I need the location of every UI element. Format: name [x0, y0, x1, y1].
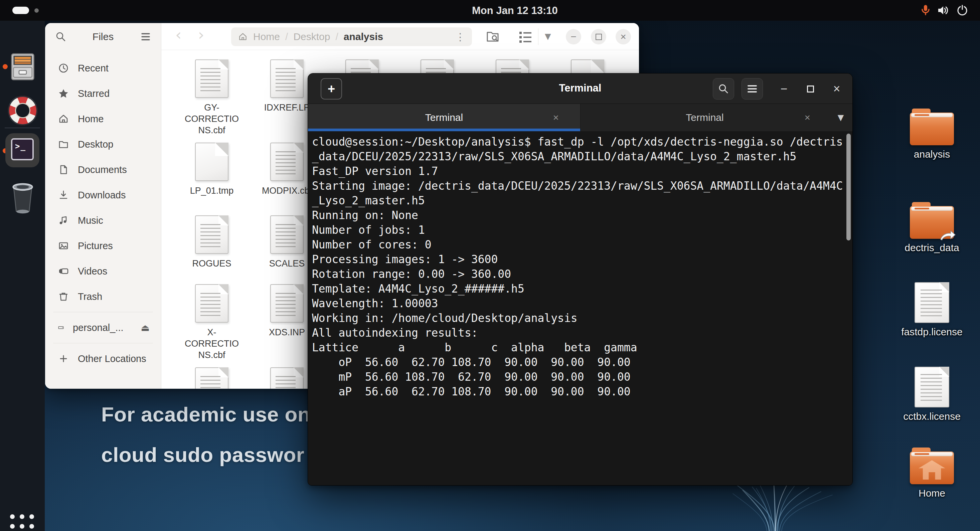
text-document-icon — [270, 215, 304, 254]
star-icon — [58, 88, 69, 99]
sidebar-item-downloads[interactable]: Downloads — [45, 182, 161, 208]
tab-close-icon[interactable]: × — [804, 112, 810, 123]
desktop-icon-cctbx-license[interactable]: cctbx.license — [899, 367, 965, 422]
eject-icon[interactable]: ⏏ — [141, 322, 150, 333]
recent-icon — [58, 62, 69, 74]
view-options-caret-icon[interactable]: ▼ — [545, 32, 551, 41]
dock-files-app-icon[interactable] — [7, 51, 39, 83]
file-item[interactable]: LP_01.tmp — [178, 143, 245, 196]
search-in-folder-icon[interactable] — [486, 30, 501, 44]
music-icon — [58, 215, 69, 226]
terminal-menu-button[interactable] — [741, 78, 763, 100]
sidebar-item-desktop[interactable]: Desktop — [45, 132, 161, 157]
terminal-minimize-button[interactable]: − — [776, 81, 791, 96]
nav-back-button[interactable]: ‹ — [175, 26, 181, 44]
list-view-icon[interactable] — [518, 30, 533, 44]
terminal-maximize-button[interactable] — [803, 81, 818, 96]
desktop-icon-home[interactable]: Home — [899, 452, 965, 499]
dock-divider — [5, 127, 40, 128]
text-document-icon — [270, 284, 304, 323]
maximize-icon — [807, 86, 814, 92]
sidebar-item-pictures[interactable]: Pictures — [45, 233, 161, 259]
terminal-tab-1-active[interactable]: Terminal × — [308, 104, 581, 131]
terminal-line: Fast_DP version 1.7 — [312, 164, 853, 179]
sidebar-item-music[interactable]: Music — [45, 208, 161, 233]
file-item[interactable]: X-CORRECTIONS.cbf — [178, 284, 245, 361]
terminal-tab-2[interactable]: Terminal × — [581, 104, 829, 131]
sidebar-item-other-locations[interactable]: Other Locations — [45, 346, 161, 371]
desktop-icon-fastdp-license[interactable]: fastdp.license — [899, 282, 965, 338]
plus-icon — [58, 353, 69, 364]
sidebar-item-recent[interactable]: Recent — [45, 56, 161, 81]
files-header-bar: ‹ › Home / Desktop / analysis ⋮ ▼ − — [161, 23, 639, 50]
file-name: GY-CORRECTIONS.cbf — [182, 102, 242, 136]
text-document-icon — [195, 367, 229, 389]
dock-terminal-icon[interactable]: >_ — [5, 133, 40, 167]
document-icon — [915, 367, 949, 407]
picture-icon — [58, 240, 69, 251]
sidebar-item-label: Starred — [78, 88, 110, 99]
terminal-line: Working in: /home/cloud/Desktop/analysis — [312, 311, 853, 326]
minimize-button[interactable]: − — [566, 29, 581, 45]
microphone-icon[interactable] — [919, 4, 932, 17]
terminal-titlebar[interactable]: + Terminal − × — [308, 73, 853, 104]
sidebar-item-personal-drive[interactable]: personal_... ⏏ — [45, 315, 161, 340]
terminal-line: Rotation range: 0.00 -> 360.00 — [312, 267, 853, 281]
volume-icon[interactable] — [937, 4, 949, 17]
terminal-search-button[interactable] — [713, 78, 734, 100]
desktop-icon-label: dectris_data — [905, 242, 959, 253]
terminal-scrollbar[interactable] — [846, 134, 851, 240]
kebab-menu-icon[interactable]: ⋮ — [455, 31, 465, 43]
dock-help-lifebuoy-icon[interactable] — [8, 96, 37, 125]
fiber-optics-graphic — [688, 485, 862, 531]
dock-trash-icon[interactable] — [8, 180, 37, 215]
sidebar-item-documents[interactable]: Documents — [45, 157, 161, 182]
files-sidebar: Files Recent Starred Home Desktop — [45, 23, 161, 389]
tab-label: Terminal — [686, 112, 724, 123]
terminal-prompt-icon: >_ — [11, 138, 34, 160]
tab-close-icon[interactable]: × — [553, 112, 559, 123]
sidebar-item-videos[interactable]: Videos — [45, 259, 161, 284]
terminal-line: Running on: None — [312, 208, 853, 223]
breadcrumb[interactable]: Home / Desktop / analysis ⋮ — [231, 27, 472, 46]
desktop-icon-analysis[interactable]: analysis — [899, 113, 965, 160]
file-item[interactable]: ROGUES — [178, 215, 245, 269]
sidebar-item-starred[interactable]: Starred — [45, 81, 161, 106]
clock[interactable]: Mon Jan 12 13:10 — [472, 5, 558, 17]
hamburger-menu-icon[interactable] — [140, 32, 151, 42]
sidebar-item-label: Music — [78, 215, 103, 226]
file-name: X-CORRECTIONS.cbf — [182, 327, 242, 361]
sidebar-item-label: Trash — [78, 291, 102, 302]
app-grid-button[interactable] — [10, 514, 35, 531]
home-folder-icon — [910, 452, 954, 484]
file-item[interactable] — [178, 367, 245, 389]
maximize-button[interactable] — [591, 29, 606, 45]
sidebar-item-home[interactable]: Home — [45, 106, 161, 132]
terminal-line: cloud@session:~/Desktop/analysis$ fast_d… — [312, 135, 853, 149]
text-document-icon — [195, 215, 229, 254]
dock: >_ — [0, 21, 45, 531]
tabs-dropdown-button[interactable]: ▼ — [829, 104, 853, 131]
sidebar-item-label: Other Locations — [78, 353, 146, 364]
sidebar-item-label: Downloads — [78, 190, 126, 201]
workspace-indicator-active[interactable] — [12, 7, 29, 14]
terminal-line: Processing images: 1 -> 3600 — [312, 252, 853, 267]
terminal-line: Template: A4M4C_Lyso_2_######.h5 — [312, 281, 853, 296]
breadcrumb-desktop[interactable]: Desktop — [293, 31, 330, 43]
desktop-icon-dectris-data[interactable]: dectris_data — [899, 206, 965, 253]
workspace-indicator-dot[interactable] — [34, 8, 39, 13]
file-item[interactable]: GY-CORRECTIONS.cbf — [178, 59, 245, 136]
text-document-icon — [270, 143, 304, 181]
breadcrumb-home[interactable]: Home — [253, 31, 280, 43]
terminal-output[interactable]: cloud@session:~/Desktop/analysis$ fast_d… — [308, 131, 853, 485]
sidebar-item-label: Recent — [78, 63, 108, 74]
breadcrumb-current: analysis — [344, 31, 383, 43]
text-document-icon — [195, 284, 229, 323]
video-icon — [58, 266, 69, 277]
sidebar-item-trash[interactable]: Trash — [45, 284, 161, 309]
terminal-close-button[interactable]: × — [829, 81, 844, 96]
nav-forward-button[interactable]: › — [198, 26, 204, 44]
power-icon[interactable] — [956, 4, 969, 17]
terminal-line: mP 56.60 108.70 62.70 90.00 90.00 90.00 — [312, 370, 853, 385]
close-button[interactable]: × — [616, 29, 631, 45]
